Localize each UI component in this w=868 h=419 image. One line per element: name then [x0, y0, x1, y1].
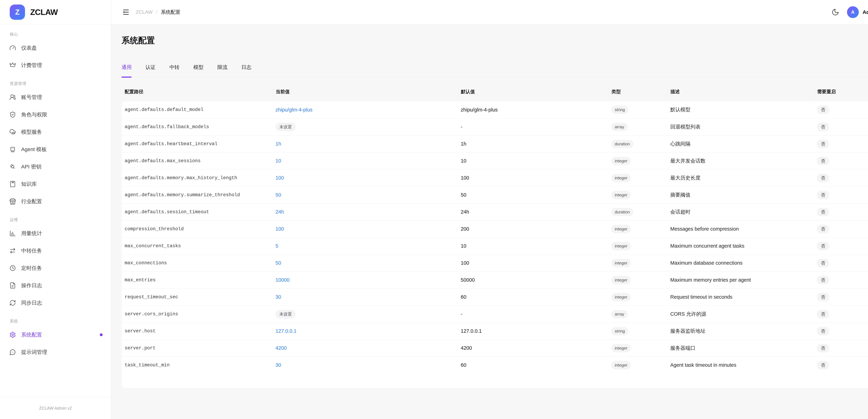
- restart-required-badge: 否: [817, 361, 829, 369]
- crown-icon: [9, 62, 16, 68]
- current-value-link[interactable]: 4200: [276, 345, 287, 351]
- sidebar-item-file-text[interactable]: 操作日志: [0, 277, 111, 294]
- default-value: 127.0.0.1: [461, 328, 482, 334]
- restart-required-badge: 否: [817, 208, 829, 216]
- sidebar-item-label: 计费管理: [21, 62, 42, 69]
- current-value-link[interactable]: 127.0.0.1: [276, 328, 297, 334]
- clock-icon: [9, 265, 16, 271]
- default-value: 50: [461, 192, 466, 198]
- sidebar-item-users[interactable]: 账号管理: [0, 89, 111, 106]
- description: 服务器监听地址: [670, 328, 706, 335]
- sidebar-section: 核心 仪表盘 计费管理: [0, 32, 111, 74]
- sidebar-section: 系统 系统配置 提示词管理: [0, 319, 111, 361]
- current-value-link[interactable]: 10000: [276, 277, 289, 283]
- sidebar-item-label: 行业配置: [21, 198, 42, 205]
- app-logo: Z: [10, 4, 25, 20]
- breadcrumb-root[interactable]: ZCLAW: [136, 9, 153, 15]
- config-path: max_entries: [125, 277, 156, 283]
- sidebar-item-label: 模型服务: [21, 128, 42, 136]
- current-value-link[interactable]: 50: [276, 192, 281, 198]
- sidebar-item-plug[interactable]: API 密钥: [0, 158, 111, 175]
- sidebar-item-book[interactable]: 知识库: [0, 175, 111, 193]
- description: Request timeout in seconds: [670, 294, 733, 300]
- current-value-link[interactable]: 100: [276, 175, 284, 181]
- config-path: max_connections: [125, 261, 167, 266]
- sidebar-item-label: Agent 模板: [21, 146, 47, 153]
- type-badge: integer: [611, 361, 631, 369]
- description: 最大历史长度: [670, 175, 701, 181]
- description: Maximum concurrent agent tasks: [670, 243, 744, 249]
- current-value-link[interactable]: 30: [276, 362, 281, 368]
- type-badge: array: [611, 310, 628, 318]
- tab-通用[interactable]: 通用: [122, 64, 132, 77]
- user-menu[interactable]: A Admin: [847, 6, 868, 18]
- default-value: 10: [461, 158, 466, 164]
- description: Maximum memory entries per agent: [670, 277, 751, 283]
- column-header: 需要重启: [814, 86, 868, 98]
- sidebar-footer-version: ZCLAW Admin v2: [0, 397, 111, 419]
- sidebar-item-refresh[interactable]: 同步日志: [0, 294, 111, 311]
- current-value-link[interactable]: 5: [276, 243, 278, 249]
- sidebar-section: 资源管理 账号管理 角色与权限 模型服务 Agent 模板 API 密钥 知识库…: [0, 81, 111, 210]
- tab-认证[interactable]: 认证: [146, 64, 156, 77]
- sidebar-item-bar-chart[interactable]: 用量统计: [0, 225, 111, 242]
- type-badge: integer: [611, 259, 631, 267]
- column-header: 配置路径: [122, 86, 273, 98]
- sidebar-item-label: 账号管理: [21, 94, 42, 101]
- sidebar-item-bot[interactable]: Agent 模板: [0, 141, 111, 158]
- page-title: 系统配置: [122, 35, 868, 46]
- config-path: agent.defaults.memory.summarize_threshol…: [125, 192, 240, 198]
- config-path: agent.defaults.max_sessions: [125, 158, 200, 163]
- current-value-link[interactable]: 50: [276, 260, 281, 266]
- type-badge: string: [611, 327, 628, 335]
- restart-required-badge: 否: [817, 191, 829, 199]
- sidebar-item-message-dots[interactable]: 提示词管理: [0, 343, 111, 361]
- current-value-link[interactable]: 10: [276, 158, 281, 164]
- config-path: request_timeout_sec: [125, 295, 178, 300]
- sidebar-item-clock[interactable]: 定时任务: [0, 260, 111, 277]
- tab-限流[interactable]: 限流: [217, 64, 227, 77]
- table-row: task_timeout_min3060integerAgent task ti…: [122, 357, 868, 373]
- description: Agent task timeout in minutes: [670, 362, 736, 368]
- type-badge: duration: [611, 140, 633, 148]
- sidebar-item-gear[interactable]: 系统配置: [0, 326, 111, 343]
- tab-中转[interactable]: 中转: [169, 64, 180, 77]
- config-path: agent.defaults.session_timeout: [125, 209, 209, 215]
- user-name: Admin: [863, 9, 868, 15]
- sidebar-section-label: 运维: [0, 217, 111, 222]
- current-value-link[interactable]: zhipu/glm-4-plus: [276, 107, 312, 113]
- current-value-link[interactable]: 1h: [276, 141, 281, 147]
- description: CORS 允许的源: [670, 311, 706, 318]
- current-value-unset-badge: 未设置: [276, 123, 296, 131]
- collapse-sidebar-button[interactable]: [122, 8, 129, 16]
- default-value: 1h: [461, 141, 466, 147]
- sidebar-item-arrows-right-left[interactable]: 中转任务: [0, 242, 111, 260]
- sidebar-item-store[interactable]: 行业配置: [0, 193, 111, 210]
- type-badge: duration: [611, 208, 633, 216]
- tab-模型[interactable]: 模型: [193, 64, 204, 77]
- current-value-link[interactable]: 24h: [276, 209, 284, 215]
- restart-required-badge: 否: [817, 174, 829, 182]
- topbar: ZCLAW / 系统配置 A Admin: [111, 0, 868, 24]
- current-value-link[interactable]: 100: [276, 226, 284, 232]
- sidebar-item-label: 角色与权限: [21, 111, 47, 118]
- default-value: 4200: [461, 345, 472, 351]
- current-value-link[interactable]: 30: [276, 294, 281, 300]
- tab-日志[interactable]: 日志: [241, 64, 251, 77]
- type-badge: string: [611, 106, 628, 114]
- sidebar-item-crown[interactable]: 计费管理: [0, 57, 111, 74]
- table-row: max_concurrent_tasks510integerMaximum co…: [122, 237, 868, 255]
- config-path: task_timeout_min: [125, 363, 169, 368]
- restart-required-badge: 否: [817, 242, 829, 250]
- default-value: 10: [461, 243, 466, 249]
- gear-icon: [9, 331, 16, 338]
- sidebar-item-shield-check[interactable]: 角色与权限: [0, 106, 111, 123]
- sidebar-section-label: 核心: [0, 32, 111, 37]
- description: 默认模型: [670, 106, 690, 113]
- file-text-icon: [9, 282, 16, 289]
- sidebar-nav: 核心 仪表盘 计费管理 资源管理 账号管理 角色与权限 模型服务 Agent 模…: [0, 24, 111, 397]
- sidebar-item-cloud-server[interactable]: 模型服务: [0, 123, 111, 141]
- theme-toggle-button[interactable]: [831, 8, 839, 16]
- sidebar-item-gauge[interactable]: 仪表盘: [0, 39, 111, 57]
- default-value: 60: [461, 294, 466, 300]
